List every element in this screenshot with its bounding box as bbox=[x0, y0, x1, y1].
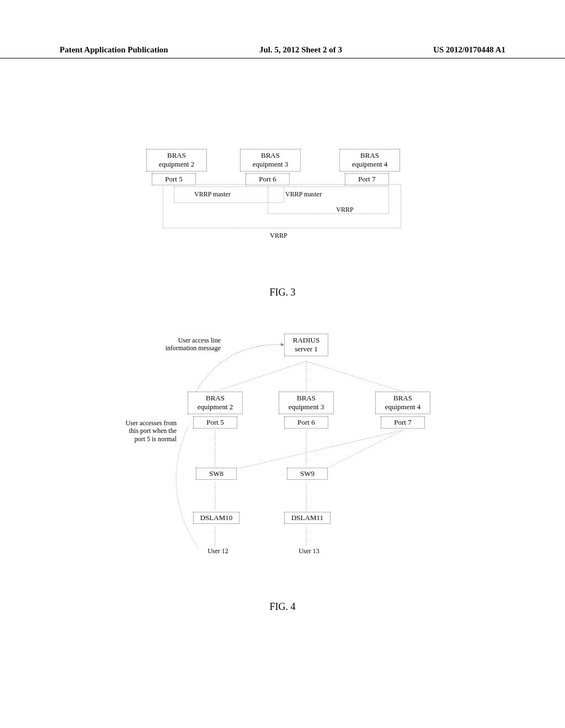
radius-server-box: RADIUSserver 1 bbox=[284, 334, 328, 356]
header-center: Jul. 5, 2012 Sheet 2 of 3 bbox=[259, 45, 342, 57]
port-7-box-f4: Port 7 bbox=[381, 416, 425, 429]
figure-4: User access lineinformation message bbox=[88, 331, 475, 585]
header-right: US 2012/0170448 A1 bbox=[433, 45, 505, 57]
bras-3-box-f4: BRASequipment 3 bbox=[279, 392, 334, 414]
port-6-box: Port 6 bbox=[246, 173, 290, 185]
vrrp-inner-label: VRRP bbox=[328, 206, 361, 213]
svg-line-0 bbox=[215, 361, 306, 392]
vrrp-outer-label: VRRP bbox=[262, 232, 295, 239]
port-5-box-f4: Port 5 bbox=[193, 416, 237, 429]
figure-3: BRASequipment 2 BRASequipment 3 BRASequi… bbox=[141, 149, 433, 265]
svg-line-2 bbox=[306, 361, 403, 392]
vrrp-master-2-label: VRRP master bbox=[281, 190, 326, 198]
sw8-box: SW8 bbox=[196, 468, 237, 480]
user-access-line-label: User access lineinformation message bbox=[138, 336, 221, 352]
bras-4-box: BRASequipment 4 bbox=[339, 149, 400, 172]
dslam10-box: DSLAM10 bbox=[193, 512, 239, 524]
svg-line-6 bbox=[326, 430, 403, 469]
sw9-box: SW9 bbox=[287, 468, 328, 480]
header-left: Patent Application Publication bbox=[60, 45, 168, 57]
page-header: Patent Application Publication Jul. 5, 2… bbox=[0, 45, 565, 58]
bras-3-box: BRASequipment 3 bbox=[240, 149, 301, 172]
port-7-box: Port 7 bbox=[345, 173, 389, 185]
fig4-connectors bbox=[88, 331, 475, 585]
user-13-label: User 13 bbox=[290, 547, 328, 555]
fig-4-caption: FIG. 4 bbox=[0, 601, 565, 613]
dslam11-box: DSLAM11 bbox=[284, 512, 331, 524]
user-12-label: User 12 bbox=[199, 547, 237, 555]
user-port-note-label: User accesses fromthis port when theport… bbox=[99, 419, 177, 443]
vrrp-master-1-label: VRRP master bbox=[190, 190, 234, 198]
bras-2-box-f4: BRASequipment 2 bbox=[188, 392, 243, 414]
fig-3-caption: FIG. 3 bbox=[0, 287, 565, 298]
port-5-box: Port 5 bbox=[152, 173, 196, 185]
svg-line-5 bbox=[237, 430, 403, 469]
bras-4-box-f4: BRASequipment 4 bbox=[375, 392, 430, 414]
port-6-box-f4: Port 6 bbox=[284, 416, 328, 429]
bras-2-box: BRASequipment 2 bbox=[146, 149, 207, 172]
